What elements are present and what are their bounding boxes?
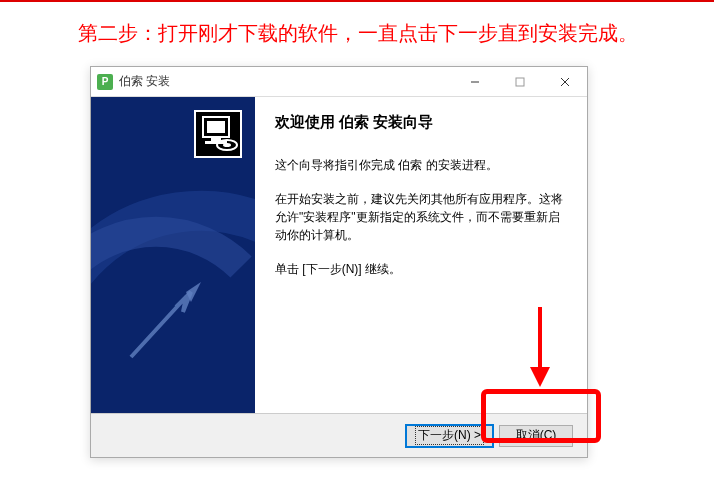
app-icon: P xyxy=(97,74,113,90)
minimize-icon xyxy=(470,77,480,87)
installer-window: P 伯索 安装 xyxy=(90,66,588,458)
intro-text-1: 这个向导将指引你完成 伯索 的安装进程。 xyxy=(275,156,567,174)
close-button[interactable] xyxy=(542,67,587,96)
welcome-heading: 欢迎使用 伯索 安装向导 xyxy=(275,111,567,134)
svg-rect-10 xyxy=(205,141,227,144)
intro-text-3: 单击 [下一步(N)] 继续。 xyxy=(275,260,567,278)
instruction-text: 第二步：打开刚才下载的软件，一直点击下一步直到安装完成。 xyxy=(0,2,714,47)
titlebar: P 伯索 安装 xyxy=(91,67,587,97)
wizard-content: 欢迎使用 伯索 安装向导 这个向导将指引你完成 伯索 的安装进程。 在开始安装之… xyxy=(255,97,587,413)
window-title: 伯索 安装 xyxy=(119,73,452,90)
window-controls xyxy=(452,67,587,96)
svg-rect-1 xyxy=(516,78,524,86)
wizard-footer: 下一步(N) > 取消(C) xyxy=(91,413,587,457)
close-icon xyxy=(560,77,570,87)
next-button[interactable]: 下一步(N) > xyxy=(406,425,493,447)
installer-icon xyxy=(193,109,243,159)
next-button-label: 下一步(N) > xyxy=(415,426,484,445)
svg-rect-8 xyxy=(207,121,225,133)
dialog-body: 欢迎使用 伯索 安装向导 这个向导将指引你完成 伯索 的安装进程。 在开始安装之… xyxy=(91,97,587,413)
svg-point-12 xyxy=(223,143,231,147)
maximize-icon xyxy=(515,77,525,87)
intro-text-2: 在开始安装之前，建议先关闭其他所有应用程序。这将允许"安装程序"更新指定的系统文… xyxy=(275,190,567,244)
maximize-button[interactable] xyxy=(497,67,542,96)
cancel-button[interactable]: 取消(C) xyxy=(499,425,573,447)
svg-rect-9 xyxy=(211,137,221,141)
minimize-button[interactable] xyxy=(452,67,497,96)
wizard-sidebar xyxy=(91,97,255,413)
